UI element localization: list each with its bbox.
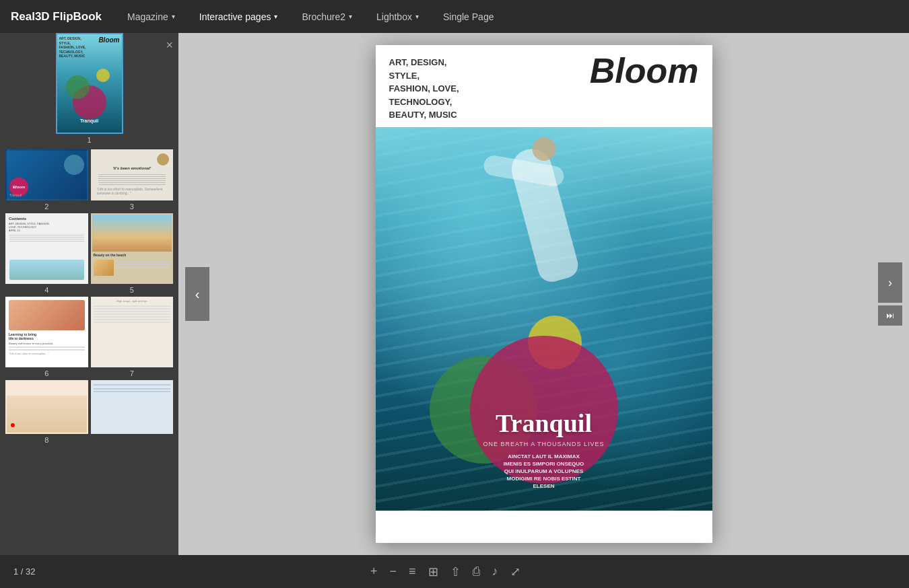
thumb-group-1: ART, DESIGN,STYLE,FASHION, LOVE,TECHNOLO… [0, 33, 178, 144]
nav-single-page-label: Single Page [443, 11, 494, 22]
thumb-label-3: 3 [130, 203, 134, 211]
tagline-fashion: FASHION, LOVE, [389, 83, 459, 94]
page-separator: / [21, 566, 24, 577]
nav-lightbox-arrow: ▾ [415, 13, 419, 20]
brand-logo: Real3D FlipBook [11, 10, 102, 24]
nav-interactive-pages[interactable]: Interactive pages ▾ [195, 9, 282, 25]
tranquil-heading: Tranquil [470, 408, 618, 438]
zoom-in-button[interactable]: + [370, 564, 378, 579]
cover-text-overlay: Tranquil ONE BREATH A THOUSANDS LIVES AI… [470, 408, 618, 511]
bloom-title: Bloom [590, 53, 699, 88]
last-page-icon: ⏭ [886, 311, 894, 320]
last-page-button[interactable]: ⏭ [878, 305, 902, 326]
book-cover-page: ART, DESIGN, STYLE, FASHION, LOVE, TECHN… [376, 45, 712, 543]
thumb-row-8-9: Mystery 8 [0, 380, 178, 444]
thumb-image-1[interactable]: ART, DESIGN,STYLE,FASHION, LOVE,TECHNOLO… [56, 33, 123, 134]
total-pages: 32 [26, 566, 35, 577]
fullscreen-button[interactable]: ⤢ [510, 564, 520, 579]
sidebar-close-button[interactable]: × [166, 38, 173, 52]
page-thumbnail-sidebar: × ART, DESIGN,STYLE,FASHION, LOVE,TECHNO… [0, 33, 178, 555]
breath-subheading: ONE BREATH A THOUSANDS LIVES [470, 441, 618, 447]
grid-view-button[interactable]: ⊞ [428, 564, 438, 579]
thumb-image-6[interactable]: Learning to bringlife to darkness Beauty… [5, 297, 88, 367]
thumb-item-6[interactable]: Learning to bringlife to darkness Beauty… [5, 297, 88, 377]
zoom-out-button[interactable]: − [390, 564, 397, 579]
next-page-button[interactable]: › [878, 262, 902, 303]
nav-brochure2[interactable]: Brochure2 ▾ [298, 9, 356, 25]
book-spread: ART, DESIGN, STYLE, FASHION, LOVE, TECHN… [376, 38, 712, 550]
thumb-item-8[interactable]: Mystery 8 [5, 380, 88, 444]
thumb-label-5: 5 [130, 286, 134, 294]
thumb-row-2-3: Bloom Tranquil 2 'it's been emotional' "… [0, 149, 178, 211]
nav-brochure2-arrow: ▾ [349, 13, 352, 20]
nav-interactive-pages-arrow: ▾ [274, 13, 277, 20]
nav-magazine[interactable]: Magazine ▾ [123, 9, 179, 25]
tagline-style: STYLE, [389, 71, 420, 81]
thumb-image-5[interactable]: Beauty on the beach [91, 213, 174, 284]
prev-page-icon: ‹ [195, 287, 200, 302]
thumb-label-6: 6 [44, 369, 48, 377]
thumb-item-3[interactable]: 'it's been emotional' "Life is too short… [91, 149, 174, 211]
thumb-item-9[interactable] [91, 380, 174, 444]
nav-single-page[interactable]: Single Page [439, 9, 498, 25]
main-body: × ART, DESIGN,STYLE,FASHION, LOVE,TECHNO… [0, 33, 909, 555]
bottom-toolbar: 1 / 32 + − ≡ ⊞ ⇧ ⎙ ♪ ⤢ [0, 555, 909, 588]
tagline-tech: TECHNOLOGY, [389, 97, 452, 107]
thumb-label-4: 4 [44, 286, 48, 294]
print-button[interactable]: ⎙ [473, 564, 480, 579]
thumb-label-1: 1 [87, 136, 91, 144]
nav-magazine-label: Magazine [127, 11, 168, 22]
next-page-icon: › [888, 276, 892, 290]
thumb-item-5[interactable]: Beauty on the beach 5 [91, 213, 174, 294]
current-page: 1 [13, 566, 18, 577]
nav-brochure2-label: Brochure2 [302, 11, 345, 22]
sound-button[interactable]: ♪ [492, 564, 498, 579]
thumb-label-8: 8 [44, 436, 48, 444]
page-indicator: 1 / 32 [13, 566, 36, 577]
thumb-image-3[interactable]: 'it's been emotional' "Life is too short… [91, 149, 174, 200]
nav-lightbox[interactable]: Lightbox ▾ [372, 9, 423, 25]
toolbar-controls: + − ≡ ⊞ ⇧ ⎙ ♪ ⤢ [370, 564, 520, 579]
thumb-image-8[interactable]: Mystery [5, 380, 88, 434]
nav-lightbox-label: Lightbox [376, 11, 412, 22]
right-nav-area: › ⏭ [878, 262, 902, 326]
list-view-button[interactable]: ≡ [409, 564, 416, 579]
thumb-item-1[interactable]: ART, DESIGN,STYLE,FASHION, LOVE,TECHNOLO… [56, 33, 123, 144]
prev-page-button[interactable]: ‹ [185, 267, 209, 321]
flipbook-content-area: ‹ ART, DESIGN, STYLE, FASHION, LOVE, TEC… [178, 33, 909, 555]
thumb-item-2[interactable]: Bloom Tranquil 2 [5, 149, 88, 211]
thumb-image-9[interactable] [91, 380, 174, 434]
nav-magazine-arrow: ▾ [172, 13, 175, 20]
top-nav: Real3D FlipBook Magazine ▾ Interactive p… [0, 0, 909, 33]
thumb-row-6-7: Learning to bringlife to darkness Beauty… [0, 297, 178, 377]
thumb-label-2: 2 [44, 203, 48, 211]
lorem-text: AINCTAT LAUT IL MAXIMAX IMENIS ES SIMPOR… [470, 453, 618, 490]
tagline-art: ART, DESIGN, [389, 57, 447, 67]
thumb-item-4[interactable]: Contents ART, DESIGN, STYLE, FASHIONLOVE… [5, 213, 88, 294]
thumb-image-2[interactable]: Bloom Tranquil [5, 149, 88, 200]
share-button[interactable]: ⇧ [450, 564, 461, 579]
tagline-beauty: BEAUTY, MUSIC [389, 110, 457, 120]
thumb-row-4-5: Contents ART, DESIGN, STYLE, FASHIONLOVE… [0, 213, 178, 294]
cover-top-section: ART, DESIGN, STYLE, FASHION, LOVE, TECHN… [376, 45, 712, 127]
cover-taglines: ART, DESIGN, STYLE, FASHION, LOVE, TECHN… [389, 56, 459, 122]
cover-main-image: Tranquil ONE BREATH A THOUSANDS LIVES AI… [376, 127, 712, 511]
nav-interactive-pages-label: Interactive pages [199, 11, 271, 22]
thumb-item-7[interactable]: High tempo, style and fun 7 [91, 297, 174, 377]
thumb-image-7[interactable]: High tempo, style and fun [91, 297, 174, 367]
thumb-label-7: 7 [130, 369, 134, 377]
thumb-image-4[interactable]: Contents ART, DESIGN, STYLE, FASHIONLOVE… [5, 213, 88, 284]
